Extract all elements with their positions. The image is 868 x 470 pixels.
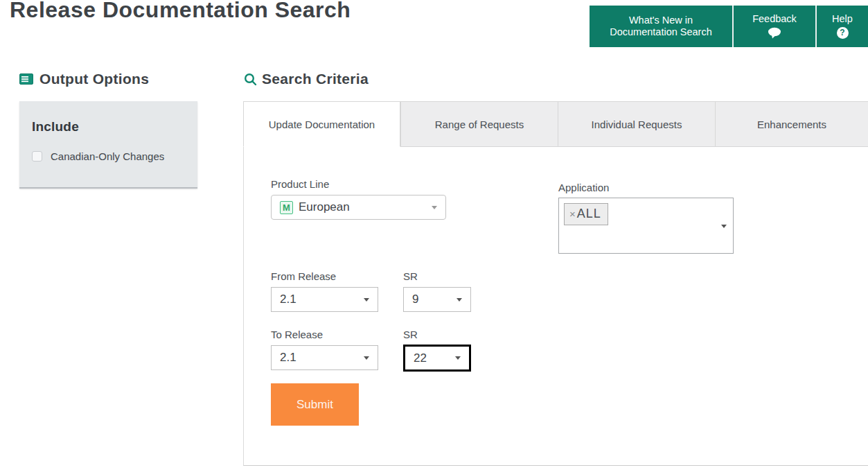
include-panel: Include Canadian-Only Changes — [19, 101, 197, 189]
chevron-down-icon — [457, 298, 462, 302]
search-criteria-heading: Search Criteria — [244, 71, 369, 87]
search-criteria-title: Search Criteria — [262, 71, 369, 87]
tab-bar: Update Documentation Range of Requests I… — [243, 101, 868, 147]
output-options-heading: Output Options — [19, 71, 149, 87]
page: Release Documentation Search What's New … — [0, 0, 868, 470]
to-sr-select[interactable]: 22 — [403, 345, 471, 372]
tab-content-panel: Product Line M European Application × AL… — [243, 147, 868, 466]
chevron-down-icon — [721, 225, 727, 228]
question-circle-icon: ? — [837, 27, 849, 39]
page-title: Release Documentation Search — [10, 0, 351, 23]
list-icon — [19, 73, 33, 85]
help-button[interactable]: Help ? — [815, 6, 868, 47]
application-multiselect[interactable]: × ALL — [558, 198, 734, 254]
to-release-select[interactable]: 2.1 — [271, 345, 378, 370]
to-sr-value: 22 — [414, 351, 427, 365]
canadian-only-row[interactable]: Canadian-Only Changes — [32, 150, 164, 162]
from-sr-select[interactable]: 9 — [403, 287, 471, 312]
output-options-title: Output Options — [39, 71, 149, 87]
product-line-select[interactable]: M European — [271, 195, 446, 220]
canadian-only-label: Canadian-Only Changes — [51, 150, 164, 162]
help-label: Help — [832, 13, 853, 25]
from-release-value: 2.1 — [280, 293, 296, 306]
canadian-only-checkbox[interactable] — [32, 151, 42, 162]
chevron-down-icon — [432, 206, 437, 209]
feedback-button[interactable]: Feedback — [732, 6, 815, 47]
from-sr-value: 9 — [412, 293, 418, 306]
tab-enhancements[interactable]: Enhancements — [715, 101, 868, 147]
to-release-label: To Release — [271, 329, 323, 340]
tab-range-of-requests[interactable]: Range of Requests — [400, 101, 558, 147]
header-button-group: What's New in Documentation Search Feedb… — [590, 6, 868, 47]
product-line-icon: M — [280, 201, 293, 214]
from-release-select[interactable]: 2.1 — [271, 287, 378, 312]
whats-new-label: What's New in Documentation Search — [595, 15, 727, 37]
whats-new-button[interactable]: What's New in Documentation Search — [590, 6, 732, 47]
tab-update-documentation[interactable]: Update Documentation — [243, 101, 400, 147]
product-line-value: European — [299, 200, 350, 214]
application-label: Application — [558, 182, 609, 193]
speech-bubble-icon — [767, 27, 782, 40]
application-tag-value: ALL — [577, 207, 601, 221]
include-title: Include — [32, 119, 79, 134]
from-release-label: From Release — [271, 270, 336, 282]
tab-individual-requests[interactable]: Individual Requests — [558, 101, 715, 147]
to-sr-label: SR — [403, 329, 418, 340]
to-release-value: 2.1 — [280, 351, 296, 365]
chevron-down-icon — [364, 298, 369, 302]
chevron-down-icon — [455, 356, 461, 360]
submit-button[interactable]: Submit — [271, 383, 359, 426]
application-tag-all: × ALL — [564, 203, 608, 225]
chevron-down-icon — [364, 356, 369, 360]
search-icon — [244, 73, 257, 86]
product-line-label: Product Line — [271, 178, 329, 190]
remove-tag-icon[interactable]: × — [569, 208, 576, 220]
feedback-label: Feedback — [752, 13, 797, 25]
from-sr-label: SR — [403, 270, 418, 282]
